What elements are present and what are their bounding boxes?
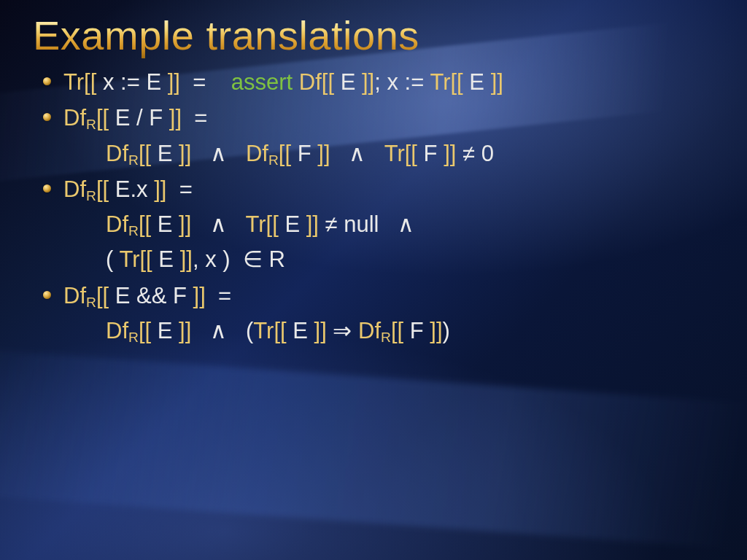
- tok-df: Df: [63, 176, 86, 202]
- tok-open: [[: [451, 69, 463, 95]
- tok-subR: R: [128, 152, 139, 168]
- tok-open: [[: [96, 176, 109, 202]
- tok-close: ]]: [179, 141, 191, 166]
- tok-close: ]]: [193, 283, 206, 308]
- tok-E: E: [115, 105, 131, 131]
- bg-streak-2: [0, 346, 747, 558]
- tok-E: E: [285, 211, 300, 237]
- tok-E: E: [146, 69, 161, 95]
- tok-open: [[: [84, 69, 96, 95]
- tok-close: ]]: [179, 318, 191, 343]
- tok-tr: Tr: [430, 69, 450, 95]
- tok-F: F: [424, 141, 438, 166]
- tok-open: [[: [139, 141, 151, 166]
- tok-tr: Tr: [253, 318, 274, 343]
- tok-assign: :=: [120, 69, 140, 95]
- tok-rp: ): [222, 246, 230, 272]
- bullet-2-body: DfR[[ E ]] ∧ DfR[[ F ]] ∧ Tr[[ F ]] ≠ 0: [63, 136, 714, 171]
- tok-subR: R: [86, 294, 96, 309]
- tok-and: ∧: [210, 141, 227, 166]
- tok-div: /: [136, 105, 143, 131]
- tok-and: ∧: [349, 141, 365, 166]
- tok-E: E: [158, 211, 173, 237]
- tok-subR: R: [86, 188, 96, 203]
- tok-x: x: [103, 69, 115, 95]
- tok-open: [[: [279, 141, 291, 166]
- tok-E: E: [158, 246, 174, 272]
- tok-close: ]]: [180, 246, 193, 272]
- tok-R: R: [268, 246, 285, 272]
- tok-F: F: [410, 318, 424, 343]
- tok-df: Df: [299, 69, 322, 95]
- tok-close: ]]: [314, 318, 327, 343]
- tok-x: x: [205, 246, 217, 272]
- tok-E: E: [115, 283, 131, 308]
- tok-andand: &&: [136, 283, 166, 308]
- tok-open: [[: [405, 141, 417, 166]
- tok-semi: ;: [374, 69, 381, 95]
- bullet-4-body: DfR[[ E ]] ∧ (Tr[[ E ]] ⇒ DfR[[ F ]]): [63, 314, 714, 349]
- tok-lp: (: [106, 246, 113, 272]
- tok-open: [[: [266, 211, 279, 237]
- tok-subR: R: [268, 152, 279, 168]
- tok-df: Df: [358, 318, 381, 343]
- tok-open: [[: [391, 318, 403, 343]
- tok-E: E: [293, 318, 308, 343]
- tok-null: null: [344, 211, 379, 237]
- tok-open: [[: [274, 318, 286, 343]
- tok-and: ∧: [398, 211, 414, 237]
- tok-neq: ≠: [325, 211, 338, 237]
- tok-E: E: [469, 69, 484, 95]
- slide-title: Example translations: [33, 13, 714, 58]
- tok-open: [[: [96, 283, 109, 308]
- tok-subR: R: [381, 330, 391, 345]
- tok-x: x: [387, 69, 398, 95]
- bullet-list: Tr[[ x := E ]] = assert Df[[ E ]]; x := …: [33, 64, 714, 349]
- tok-eq: =: [179, 176, 193, 202]
- tok-and: ∧: [210, 318, 227, 343]
- tok-df: Df: [63, 105, 86, 131]
- bullet-3-body: DfR[[ E ]] ∧ Tr[[ E ]] ≠ null ∧ ( Tr[[ E…: [63, 207, 714, 277]
- bullet-item-2: DfR[[ E / F ]] = DfR[[ E ]] ∧ DfR[[ F ]]…: [39, 100, 714, 171]
- tok-tr: Tr: [384, 141, 405, 166]
- tok-close: ]]: [169, 105, 182, 131]
- tok-eq: =: [194, 105, 207, 131]
- tok-in: ∈: [243, 246, 263, 272]
- tok-F: F: [298, 141, 311, 166]
- tok-subR: R: [128, 330, 139, 345]
- tok-zero: 0: [481, 141, 494, 166]
- tok-subR: R: [128, 223, 139, 238]
- tok-tr: Tr: [63, 69, 84, 95]
- tok-close: ]]: [430, 318, 442, 343]
- tok-eq: =: [218, 283, 231, 308]
- bullet-item-1: Tr[[ x := E ]] = assert Df[[ E ]]; x := …: [39, 64, 714, 101]
- tok-close: ]]: [154, 176, 166, 202]
- tok-df: Df: [63, 283, 86, 308]
- tok-x: x: [136, 176, 148, 202]
- tok-close: ]]: [179, 211, 191, 237]
- tok-close: ]]: [362, 69, 374, 95]
- tok-and: ∧: [210, 211, 227, 237]
- tok-subR: R: [86, 117, 96, 132]
- tok-E: E: [115, 176, 131, 202]
- tok-df: Df: [106, 141, 128, 166]
- tok-close: ]]: [168, 69, 180, 95]
- tok-F: F: [149, 105, 163, 131]
- tok-close: ]]: [444, 141, 456, 166]
- tok-open: [[: [139, 211, 151, 237]
- tok-eq: =: [193, 69, 206, 95]
- tok-assign: :=: [405, 69, 425, 95]
- tok-open: [[: [322, 69, 334, 95]
- tok-E: E: [341, 69, 356, 95]
- bullet-item-4: DfR[[ E && F ]] = DfR[[ E ]] ∧ (Tr[[ E ]…: [39, 278, 714, 349]
- tok-open: [[: [140, 246, 152, 272]
- tok-assert: assert: [231, 69, 293, 95]
- tok-tr: Tr: [119, 246, 139, 272]
- tok-comma: ,: [193, 246, 199, 272]
- tok-implies: ⇒: [333, 318, 352, 343]
- slide: Example translations Tr[[ x := E ]] = as…: [0, 0, 747, 560]
- tok-neq: ≠: [462, 141, 475, 166]
- tok-dot: .: [130, 176, 136, 202]
- tok-df: Df: [246, 141, 268, 166]
- tok-close: ]]: [317, 141, 330, 166]
